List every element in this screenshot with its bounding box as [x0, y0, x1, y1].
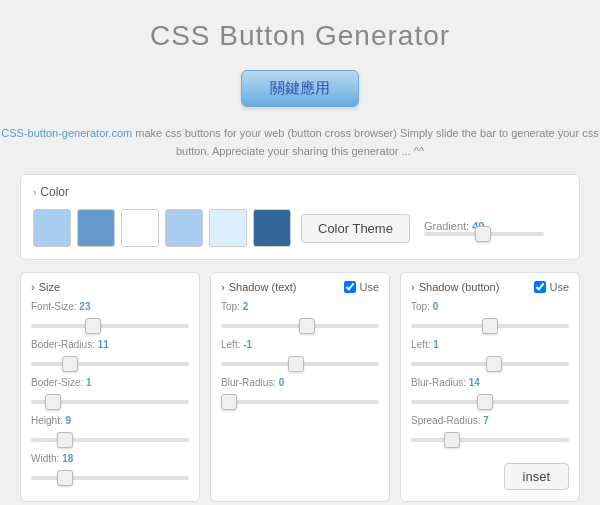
shadow-text-top-label: Top: 2	[221, 301, 379, 312]
shadow-button-use-check: Use	[534, 281, 569, 293]
shadow-button-label: Shadow (button)	[419, 281, 500, 293]
shadow-text-use-label: Use	[359, 281, 379, 293]
color-panel-label: Color	[40, 185, 69, 199]
shadow-btn-blur-slider[interactable]	[411, 400, 569, 404]
width-field: Width: 18	[31, 453, 189, 484]
shadow-text-top-field: Top: 2	[221, 301, 379, 332]
border-size-value: 1	[86, 377, 92, 388]
shadow-button-arrow-icon: ›	[411, 281, 415, 293]
color-row: Color Theme Gradient: 49	[33, 209, 567, 247]
tagline: CSS-button-generator.com make css button…	[0, 125, 600, 160]
shadow-text-left-field: Left: -1	[221, 339, 379, 370]
color-swatch-3[interactable]	[121, 209, 159, 247]
font-size-value: 23	[79, 301, 90, 312]
shadow-text-top-value: 2	[243, 301, 249, 312]
tagline-link[interactable]: CSS-button-generator.com	[1, 127, 132, 139]
shadow-btn-blur-value: 14	[469, 377, 480, 388]
border-radius-field: Boder-Radius: 11	[31, 339, 189, 370]
size-label: Size	[39, 281, 60, 293]
color-swatch-1[interactable]	[33, 209, 71, 247]
width-label: Width: 18	[31, 453, 189, 464]
shadow-button-panel: › Shadow (button) Use Top: 0 Left: 1 Blu…	[400, 272, 580, 502]
shadow-text-panel: › Shadow (text) Use Top: 2 Left: -1 Blur…	[210, 272, 390, 502]
shadow-text-arrow-icon: ›	[221, 281, 225, 293]
border-size-slider[interactable]	[31, 400, 189, 404]
border-size-label: Boder-Size: 1	[31, 377, 189, 388]
shadow-text-top-slider[interactable]	[221, 324, 379, 328]
shadow-btn-spread-value: 7	[483, 415, 489, 426]
color-swatch-5[interactable]	[209, 209, 247, 247]
shadow-text-blur-field: Blur-Radius: 0	[221, 377, 379, 408]
shadow-btn-left-value: 1	[433, 339, 439, 350]
width-value: 18	[62, 453, 73, 464]
color-swatch-6[interactable]	[253, 209, 291, 247]
size-panel-title: › Size	[31, 281, 189, 293]
shadow-text-title: › Shadow (text) Use	[221, 281, 379, 293]
height-value: 9	[65, 415, 71, 426]
shadow-btn-blur-field: Blur-Radius: 14	[411, 377, 569, 408]
shadow-btn-left-label: Left: 1	[411, 339, 569, 350]
shadow-text-use-check: Use	[344, 281, 379, 293]
border-radius-value: 11	[98, 339, 109, 350]
shadow-text-left-value: -1	[243, 339, 252, 350]
shadow-button-use-checkbox[interactable]	[534, 281, 546, 293]
preview-button[interactable]: 關鍵應用	[241, 70, 359, 107]
three-panels-row: › Size Font-Size: 23 Boder-Radius: 11 Bo…	[20, 272, 580, 502]
height-slider[interactable]	[31, 438, 189, 442]
shadow-btn-spread-label: Spread-Radius: 7	[411, 415, 569, 426]
border-radius-label: Boder-Radius: 11	[31, 339, 189, 350]
color-panel: › Color Color Theme Gradient: 49	[20, 174, 580, 260]
page-title: CSS Button Generator	[150, 20, 450, 52]
shadow-btn-top-label: Top: 0	[411, 301, 569, 312]
shadow-btn-spread-slider[interactable]	[411, 438, 569, 442]
font-size-label: Font-Size: 23	[31, 301, 189, 312]
shadow-button-use-label: Use	[549, 281, 569, 293]
shadow-btn-top-value: 0	[433, 301, 439, 312]
size-panel: › Size Font-Size: 23 Boder-Radius: 11 Bo…	[20, 272, 200, 502]
height-field: Height: 9	[31, 415, 189, 446]
inset-button[interactable]: inset	[504, 463, 569, 490]
font-size-slider[interactable]	[31, 324, 189, 328]
border-size-field: Boder-Size: 1	[31, 377, 189, 408]
shadow-text-left-slider[interactable]	[221, 362, 379, 366]
color-panel-arrow: ›	[33, 187, 36, 198]
border-radius-slider[interactable]	[31, 362, 189, 366]
shadow-btn-top-slider[interactable]	[411, 324, 569, 328]
shadow-text-blur-label: Blur-Radius: 0	[221, 377, 379, 388]
shadow-btn-blur-label: Blur-Radius: 14	[411, 377, 569, 388]
height-label: Height: 9	[31, 415, 189, 426]
shadow-btn-left-field: Left: 1	[411, 339, 569, 370]
gradient-control: Gradient: 49	[424, 220, 567, 236]
font-size-field: Font-Size: 23	[31, 301, 189, 332]
shadow-btn-spread-field: Spread-Radius: 7	[411, 415, 569, 446]
color-theme-button[interactable]: Color Theme	[301, 214, 410, 243]
gradient-slider[interactable]	[424, 232, 544, 236]
shadow-text-blur-value: 0	[279, 377, 285, 388]
shadow-btn-top-field: Top: 0	[411, 301, 569, 332]
color-panel-title: › Color	[33, 185, 567, 199]
shadow-btn-left-slider[interactable]	[411, 362, 569, 366]
color-swatch-4[interactable]	[165, 209, 203, 247]
tagline-text: make css buttons for your web (button cr…	[132, 127, 598, 157]
width-slider[interactable]	[31, 476, 189, 480]
shadow-text-use-checkbox[interactable]	[344, 281, 356, 293]
shadow-text-left-label: Left: -1	[221, 339, 379, 350]
shadow-text-blur-slider[interactable]	[221, 400, 379, 404]
shadow-text-label: Shadow (text)	[229, 281, 297, 293]
shadow-button-title: › Shadow (button) Use	[411, 281, 569, 293]
color-swatch-2[interactable]	[77, 209, 115, 247]
size-arrow-icon: ›	[31, 281, 35, 293]
